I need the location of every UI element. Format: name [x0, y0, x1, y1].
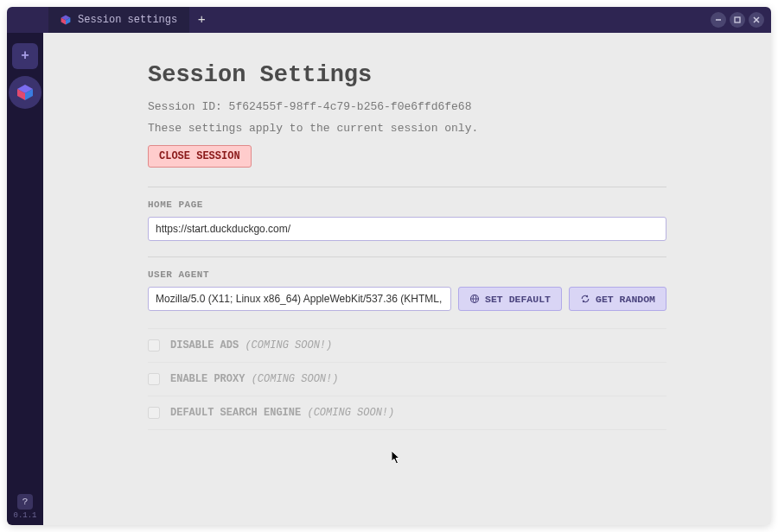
- disable-ads-checkbox: [148, 339, 160, 352]
- body-row: + ? 0.1.1 Session Settings Session ID: 5…: [7, 33, 771, 525]
- set-default-button[interactable]: SET DEFAULT: [458, 287, 562, 311]
- cube-icon: [16, 84, 34, 101]
- home-page-input[interactable]: [148, 217, 666, 241]
- maximize-button[interactable]: [730, 12, 745, 28]
- session-id: Session ID: 5f62455f-98ff-4c79-b256-f0e6…: [148, 100, 666, 113]
- default-search-engine-label: DEFAULT SEARCH ENGINE (COMING SOON!): [170, 407, 394, 419]
- get-random-label: GET RANDOM: [596, 294, 655, 305]
- app-window: Session settings + +: [7, 7, 771, 525]
- globe-icon: [469, 294, 480, 304]
- default-search-engine-row: DEFAULT SEARCH ENGINE (COMING SOON!): [148, 396, 666, 430]
- enable-proxy-row: ENABLE PROXY (COMING SOON!): [148, 362, 666, 396]
- enable-proxy-checkbox: [148, 373, 160, 385]
- user-agent-input[interactable]: [148, 287, 451, 311]
- minimize-button[interactable]: [711, 12, 726, 28]
- svg-rect-4: [735, 17, 740, 22]
- option-label: ENABLE PROXY: [170, 373, 245, 385]
- coming-soon-label: (COMING SOON!): [252, 373, 339, 385]
- close-session-button[interactable]: CLOSE SESSION: [148, 145, 252, 168]
- coming-soon-label: (COMING SOON!): [307, 407, 394, 419]
- sidebar-add-button[interactable]: +: [12, 43, 38, 69]
- home-page-section: HOME PAGE: [148, 187, 666, 256]
- cube-icon: [61, 15, 71, 25]
- option-label: DISABLE ADS: [170, 339, 239, 352]
- user-agent-label: USER AGENT: [148, 269, 666, 280]
- disable-ads-label: DISABLE ADS (COMING SOON!): [170, 339, 332, 352]
- enable-proxy-label: ENABLE PROXY (COMING SOON!): [170, 373, 338, 385]
- get-random-button[interactable]: GET RANDOM: [569, 287, 666, 311]
- window-controls: [711, 7, 771, 33]
- default-search-engine-checkbox: [148, 407, 160, 419]
- version-label: 0.1.1: [13, 511, 36, 520]
- page-subtitle: These settings apply to the current sess…: [148, 122, 666, 135]
- page: Session Settings Session ID: 5f62455f-98…: [131, 33, 684, 447]
- coming-soon-label: (COMING SOON!): [245, 339, 332, 352]
- content-area: Session Settings Session ID: 5f62455f-98…: [43, 33, 771, 525]
- refresh-icon: [580, 294, 590, 304]
- new-tab-button[interactable]: +: [189, 7, 214, 33]
- option-label: DEFAULT SEARCH ENGINE: [170, 407, 301, 419]
- close-window-button[interactable]: [749, 12, 764, 28]
- sidebar-session-button[interactable]: [12, 79, 38, 105]
- page-title: Session Settings: [148, 62, 666, 88]
- home-page-label: HOME PAGE: [148, 200, 666, 210]
- user-agent-row: SET DEFAULT GET RANDOM: [148, 287, 666, 311]
- disable-ads-row: DISABLE ADS (COMING SOON!): [148, 328, 666, 362]
- titlebar-spacer-left: [7, 7, 48, 33]
- user-agent-section: USER AGENT SET DEFAULT GET RANDOM: [148, 256, 666, 328]
- sidebar: + ? 0.1.1: [7, 33, 43, 525]
- set-default-label: SET DEFAULT: [485, 294, 551, 305]
- tab-session-settings[interactable]: Session settings: [48, 7, 189, 33]
- help-button[interactable]: ?: [17, 494, 33, 510]
- tab-title: Session settings: [78, 14, 177, 26]
- titlebar-spacer: [214, 7, 711, 33]
- titlebar: Session settings +: [7, 7, 771, 33]
